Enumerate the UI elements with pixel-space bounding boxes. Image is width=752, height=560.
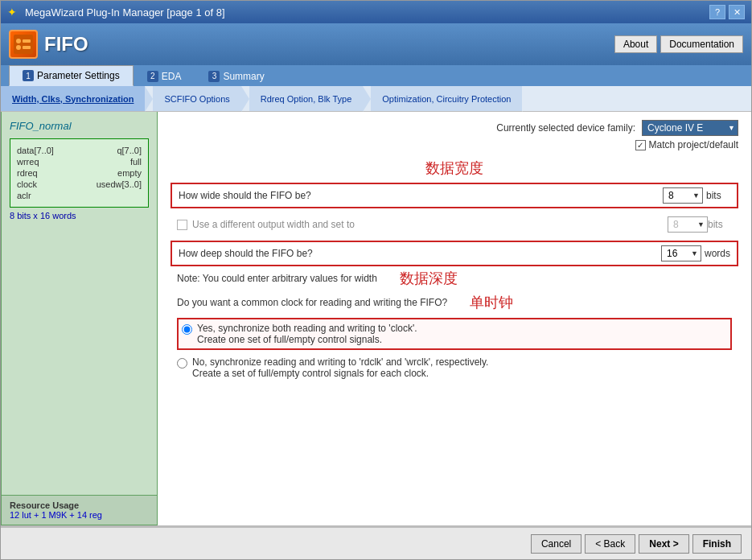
radio-no-input[interactable] xyxy=(177,358,187,369)
fifo-port-row-3: clock usedw[3..0] xyxy=(17,179,142,189)
footer: Cancel < Back Next > Finish xyxy=(1,527,751,559)
fifo-port-row-0: data[7..0] q[7..0] xyxy=(17,146,142,155)
step-1[interactable]: Width, Clks, Synchronization xyxy=(1,86,153,111)
depth-select[interactable]: 16 xyxy=(661,245,701,261)
fifo-box: data[7..0] q[7..0] wrreq full rdreq empt… xyxy=(10,138,149,208)
step-4[interactable]: Optimization, Circuitry Protection xyxy=(371,86,530,111)
note-text: Note: You could enter arbitrary values f… xyxy=(177,273,377,284)
steps-bar: Width, Clks, Synchronization SCFIFO Opti… xyxy=(1,86,751,112)
port-left-2: rdreq xyxy=(17,168,38,178)
step-2[interactable]: SCFIFO Options xyxy=(153,86,249,111)
tab-summary[interactable]: 3 Summary xyxy=(195,65,277,86)
left-panel: FIFO_normal data[7..0] q[7..0] wrreq ful… xyxy=(1,112,158,525)
width-value-group: 8 bits xyxy=(663,187,730,204)
depth-param-row: How deep should the FIFO be? 16 words xyxy=(171,241,738,266)
fifo-diagram: FIFO_normal data[7..0] q[7..0] wrreq ful… xyxy=(2,112,157,229)
width-question: How wide should the FIFO be? xyxy=(179,190,663,201)
depth-question: How deep should the FIFO be? xyxy=(179,248,661,259)
port-right-3: usedw[3..0] xyxy=(97,179,142,189)
radio-yes-input[interactable] xyxy=(182,324,192,335)
tab-parameter-settings[interactable]: 1 Parameter Settings xyxy=(9,65,134,86)
port-left-3: clock xyxy=(17,179,37,189)
tab-label-1: Parameter Settings xyxy=(37,70,120,81)
port-right-1: full xyxy=(130,157,142,167)
radio-no-option[interactable]: No, synchronize reading and writing to '… xyxy=(177,356,732,379)
fifo-port-row-4: aclr xyxy=(17,191,142,200)
output-width-select-wrapper: 8 xyxy=(668,216,708,233)
next-button[interactable]: Next > xyxy=(639,534,688,554)
device-label: Currently selected device family: xyxy=(496,122,635,134)
tab-num-2: 2 xyxy=(147,71,158,82)
width-section-cn: 数据宽度 xyxy=(425,160,483,176)
device-select-wrapper: Cyclone IV E xyxy=(642,120,738,136)
step-label-2[interactable]: SCFIFO Options xyxy=(153,86,240,111)
tabs-bar: 1 Parameter Settings 2 EDA 3 Summary xyxy=(1,65,751,86)
note-depth-row: Note: You could enter arbitrary values f… xyxy=(171,268,738,289)
clock-section-cn: 单时钟 xyxy=(470,293,513,312)
title-bar-left: ✦ MegaWizard Plug-In Manager [page 1 of … xyxy=(7,6,225,19)
match-project-checkbox[interactable] xyxy=(635,140,646,150)
depth-section-cn: 数据深度 xyxy=(400,269,458,288)
device-row: Currently selected device family: Cyclon… xyxy=(171,120,738,136)
tab-num-3: 3 xyxy=(208,71,220,82)
right-panel: Currently selected device family: Cyclon… xyxy=(158,112,751,525)
output-width-select[interactable]: 8 xyxy=(668,216,708,233)
svg-rect-4 xyxy=(23,46,31,49)
help-button[interactable]: ? xyxy=(709,5,725,19)
diagram-title: FIFO_normal xyxy=(10,120,149,132)
port-right-2: empty xyxy=(117,168,142,178)
steps-bar-inner: Width, Clks, Synchronization SCFIFO Opti… xyxy=(1,86,530,111)
port-left-1: wrreq xyxy=(17,157,39,167)
depth-value-group: 16 words xyxy=(661,245,730,261)
title-bar-controls: ? ✕ xyxy=(709,5,745,19)
radio-yes-option[interactable]: Yes, synchronize both reading and writin… xyxy=(177,318,732,350)
svg-rect-3 xyxy=(23,39,31,43)
width-select[interactable]: 8 xyxy=(663,187,703,204)
output-width-unit: bits xyxy=(708,219,732,230)
footer-buttons: Cancel < Back Next > Finish xyxy=(531,534,742,554)
tab-eda[interactable]: 2 EDA xyxy=(134,65,195,86)
step-arrow-1 xyxy=(145,86,153,112)
app-icon: ✦ xyxy=(7,6,20,19)
resource-detail: 12 lut + 1 M9K + 14 reg xyxy=(10,510,149,520)
output-width-checkbox[interactable] xyxy=(177,220,187,230)
header-buttons: About Documentation xyxy=(614,35,743,53)
finish-button[interactable]: Finish xyxy=(692,534,742,554)
clock-question: Do you want a common clock for reading a… xyxy=(177,297,447,308)
output-width-row: Use a different output width and set to … xyxy=(171,213,738,236)
device-select[interactable]: Cyclone IV E xyxy=(642,120,738,136)
port-right-0: q[7..0] xyxy=(117,146,142,155)
about-button[interactable]: About xyxy=(614,35,657,53)
svg-rect-0 xyxy=(14,35,33,54)
title-bar: ✦ MegaWizard Plug-In Manager [page 1 of … xyxy=(1,1,751,23)
header-bar: FIFO About Documentation xyxy=(1,23,751,65)
fifo-port-row-2: rdreq empty xyxy=(17,168,142,178)
step-arrow-4 xyxy=(522,86,530,112)
radio-section: Yes, synchronize both reading and writin… xyxy=(177,318,732,379)
step-label-1[interactable]: Width, Clks, Synchronization xyxy=(1,86,145,111)
resource-usage: Resource Usage 12 lut + 1 M9K + 14 reg xyxy=(2,495,157,525)
depth-unit: words xyxy=(705,248,730,259)
step-arrow-3 xyxy=(363,86,371,112)
content-area: FIFO_normal data[7..0] q[7..0] wrreq ful… xyxy=(1,112,751,525)
app-title: FIFO xyxy=(44,33,88,56)
step-3[interactable]: Rdreq Option, Blk Type xyxy=(249,86,372,111)
step-label-4[interactable]: Optimization, Circuitry Protection xyxy=(371,86,522,111)
fifo-icon xyxy=(9,30,38,59)
match-project-row: Match project/default xyxy=(171,139,738,150)
fifo-info: 8 bits x 16 words xyxy=(10,211,149,220)
step-arrow-2 xyxy=(241,86,249,112)
radio-no-text: No, synchronize reading and writing to '… xyxy=(192,356,488,379)
depth-select-wrapper: 16 xyxy=(661,245,701,261)
cancel-button[interactable]: Cancel xyxy=(531,534,581,554)
radio-yes-text: Yes, synchronize both reading and writin… xyxy=(197,323,417,345)
resource-title: Resource Usage xyxy=(10,500,149,510)
step-label-3[interactable]: Rdreq Option, Blk Type xyxy=(249,86,364,111)
clock-question-row: Do you want a common clock for reading a… xyxy=(171,292,738,313)
back-button[interactable]: < Back xyxy=(585,534,635,554)
close-button[interactable]: ✕ xyxy=(729,5,745,19)
documentation-button[interactable]: Documentation xyxy=(660,35,743,53)
tab-label-2: EDA xyxy=(162,71,182,82)
app-logo: FIFO xyxy=(9,30,88,59)
tab-label-3: Summary xyxy=(223,71,264,82)
